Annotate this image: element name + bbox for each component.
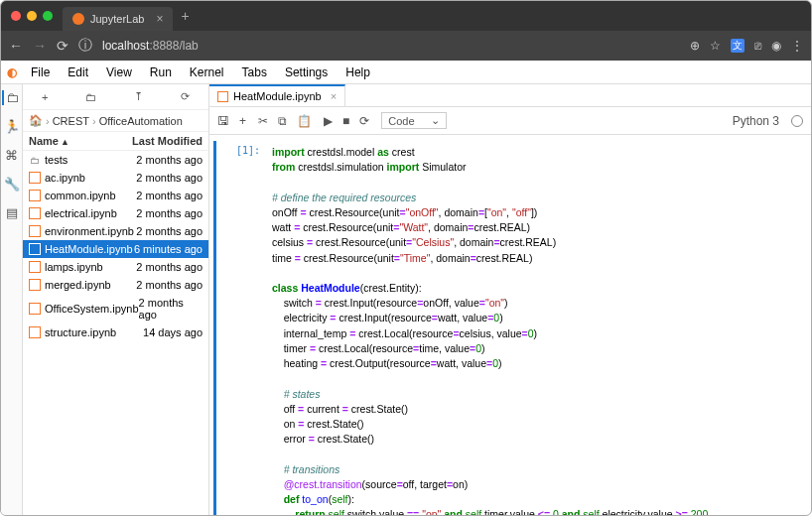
paste-button[interactable]: 📋 <box>297 114 312 128</box>
back-button[interactable]: ← <box>9 38 23 54</box>
insert-cell-button[interactable]: + <box>239 114 246 128</box>
home-icon[interactable]: 🏠 <box>29 114 43 127</box>
jupyter-favicon <box>72 13 84 25</box>
bookmark-icon[interactable]: ⊕ <box>690 39 700 53</box>
jupyterlab-menubar: ◐ FileEditViewRunKernelTabsSettingsHelp <box>1 61 811 84</box>
new-folder-button[interactable]: 🗀 <box>85 91 96 103</box>
profile-icon[interactable]: ◉ <box>771 39 781 53</box>
cast-icon[interactable]: ⎚ <box>754 39 761 53</box>
new-tab-button[interactable]: + <box>181 8 189 24</box>
menu-file[interactable]: File <box>23 63 58 82</box>
code-editor[interactable]: import crestdsl.model as crestfrom crest… <box>266 141 811 516</box>
tabs-tab-icon[interactable]: ▤ <box>6 205 18 220</box>
jupyter-logo-icon: ◐ <box>1 65 23 79</box>
minimize-window-button[interactable] <box>27 11 37 21</box>
filebrowser-header[interactable]: Name▲ Last Modified <box>23 131 208 151</box>
file-row[interactable]: electrical.ipynb2 months ago <box>23 204 208 222</box>
browser-toolbar: ← → ⟳ ⓘ localhost:8888/lab ⊕ ☆ 文 ⎚ ◉ ⋮ <box>1 31 811 61</box>
translate-icon[interactable]: 文 <box>731 39 744 53</box>
address-bar[interactable]: localhost:8888/lab <box>102 39 680 53</box>
filebrowser-toolbar: + 🗀 ⤒ ⟳ <box>23 84 208 110</box>
maximize-window-button[interactable] <box>43 11 53 21</box>
main-area: HeatModule.ipynb × 🖫 + ✂ ⧉ 📋 ▶ ■ ⟳ Code … <box>209 84 811 516</box>
notebook-content[interactable]: [1]: import crestdsl.model as crestfrom … <box>209 135 811 516</box>
menu-view[interactable]: View <box>98 63 140 82</box>
menu-tabs[interactable]: Tabs <box>234 63 275 82</box>
browser-tab[interactable]: JupyterLab × <box>63 7 173 31</box>
notebook-toolbar: 🖫 + ✂ ⧉ 📋 ▶ ■ ⟳ Code ⌄ Python 3 <box>209 107 811 135</box>
file-browser: + 🗀 ⤒ ⟳ 🏠 › CREST › OfficeAutomation Nam… <box>23 84 209 516</box>
file-row[interactable]: environment.ipynb2 months ago <box>23 222 208 240</box>
site-info-icon[interactable]: ⓘ <box>78 37 92 55</box>
copy-button[interactable]: ⧉ <box>278 114 287 128</box>
close-icon[interactable]: × <box>331 90 337 102</box>
file-row[interactable]: merged.ipynb2 months ago <box>23 276 208 294</box>
refresh-button[interactable]: ⟳ <box>181 90 190 103</box>
file-row[interactable]: structure.ipynb14 days ago <box>23 323 208 341</box>
notebook-icon <box>29 190 41 201</box>
file-row[interactable]: ac.ipynb2 months ago <box>23 169 208 187</box>
notebook-tab[interactable]: HeatModule.ipynb × <box>209 84 345 106</box>
notebook-icon <box>29 261 41 273</box>
upload-button[interactable]: ⤒ <box>134 90 143 103</box>
file-row[interactable]: common.ipynb2 months ago <box>23 187 208 204</box>
browser-titlebar: JupyterLab × + <box>1 1 811 31</box>
folder-icon: 🗀 <box>29 154 41 166</box>
filebrowser-tab-icon[interactable]: 🗀 <box>2 90 19 105</box>
notebook-tabbar: HeatModule.ipynb × <box>209 84 811 107</box>
close-window-button[interactable] <box>11 11 21 21</box>
notebook-icon <box>29 326 41 338</box>
menu-run[interactable]: Run <box>142 63 180 82</box>
chevron-down-icon: ⌄ <box>431 114 440 127</box>
menu-icon[interactable]: ⋮ <box>791 39 803 53</box>
menu-edit[interactable]: Edit <box>60 63 96 82</box>
file-row[interactable]: 🗀tests2 months ago <box>23 151 208 169</box>
kernel-status-icon <box>791 115 803 127</box>
menu-help[interactable]: Help <box>338 63 378 82</box>
notebook-icon <box>29 225 41 237</box>
notebook-icon <box>29 172 41 184</box>
notebook-icon <box>29 243 41 255</box>
restart-button[interactable]: ⟳ <box>359 114 369 128</box>
star-icon[interactable]: ☆ <box>710 39 721 53</box>
reload-button[interactable]: ⟳ <box>57 38 68 54</box>
notebook-icon <box>217 91 228 102</box>
commands-tab-icon[interactable]: ⌘ <box>5 148 18 163</box>
menu-settings[interactable]: Settings <box>277 63 336 82</box>
kernel-name[interactable]: Python 3 <box>733 114 779 128</box>
menu-kernel[interactable]: Kernel <box>182 63 232 82</box>
notebook-icon <box>29 303 41 315</box>
tools-tab-icon[interactable]: 🔧 <box>4 177 20 192</box>
file-list: 🗀tests2 months agoac.ipynb2 months agoco… <box>23 151 208 341</box>
interrupt-button[interactable]: ■ <box>342 114 349 128</box>
cut-button[interactable]: ✂ <box>258 114 268 128</box>
running-tab-icon[interactable]: 🏃 <box>4 119 20 134</box>
notebook-icon <box>29 207 41 219</box>
close-tab-icon[interactable]: × <box>156 12 163 26</box>
notebook-icon <box>29 279 41 291</box>
file-row[interactable]: OfficeSystem.ipynb2 months ago <box>23 294 208 323</box>
forward-button[interactable]: → <box>33 38 47 54</box>
breadcrumb[interactable]: 🏠 › CREST › OfficeAutomation <box>23 110 208 131</box>
file-row[interactable]: HeatModule.ipynb6 minutes ago <box>23 240 208 258</box>
cell-prompt: [1]: <box>216 141 266 516</box>
sort-asc-icon: ▲ <box>61 137 69 147</box>
celltype-select[interactable]: Code ⌄ <box>381 112 446 129</box>
new-launcher-button[interactable]: + <box>42 91 48 103</box>
left-sidebar: 🗀 🏃 ⌘ 🔧 ▤ <box>1 84 23 516</box>
run-button[interactable]: ▶ <box>324 114 333 128</box>
save-button[interactable]: 🖫 <box>217 114 229 128</box>
file-row[interactable]: lamps.ipynb2 months ago <box>23 258 208 276</box>
browser-tab-title: JupyterLab <box>90 13 144 25</box>
code-cell[interactable]: [1]: import crestdsl.model as crestfrom … <box>213 141 811 516</box>
window-controls <box>11 11 53 21</box>
